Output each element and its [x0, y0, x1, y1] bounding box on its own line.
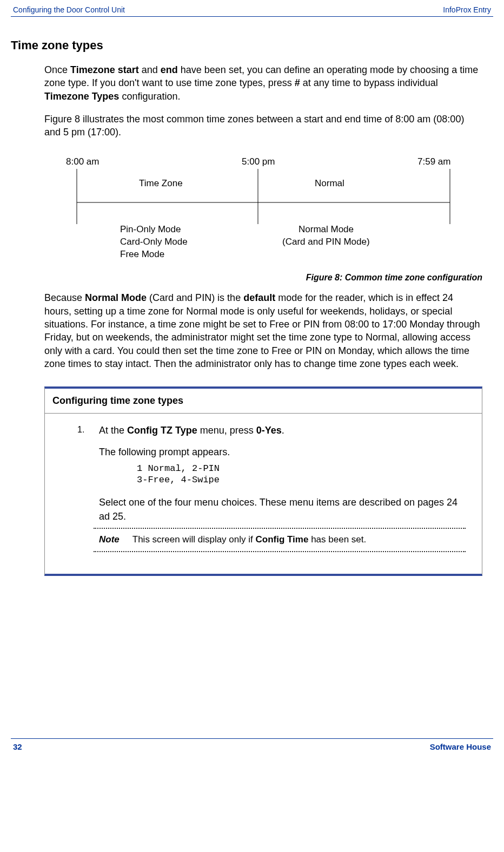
fig-mode-cardpin: (Card and PIN Mode) — [282, 237, 370, 247]
fig-mode-pin: Pin-Only Mode — [120, 224, 181, 234]
prompt-intro: The following prompt appears. — [99, 445, 466, 459]
figure-8: 8:00 am 5:00 pm 7:59 am Time Zone Normal… — [44, 148, 482, 283]
term-config-time: Config Time — [255, 534, 308, 545]
prompt-display: 1 Normal, 2-PIN 3-Free, 4-Swipe — [137, 463, 466, 486]
step-number: 1. — [77, 423, 99, 437]
fig-time-8am: 8:00 am — [66, 156, 99, 167]
key-hash: # — [295, 77, 300, 88]
figure-caption: Figure 8: Common time zone configuration — [44, 273, 482, 283]
paragraph-3: Because Normal Mode (Card and PIN) is th… — [44, 291, 482, 370]
procedure-step-1: 1. At the Config TZ Type menu, press 0-Y… — [77, 423, 466, 437]
term-timezone-end: end — [161, 64, 178, 75]
fig-label-normal: Normal — [315, 178, 344, 188]
term-timezone-start: Timezone start — [70, 64, 139, 75]
select-instruction: Select one of the four menu choices. The… — [99, 495, 466, 523]
key-0-yes: 0-Yes — [256, 425, 282, 436]
page-header: Configuring the Door Control Unit InfoPr… — [11, 5, 493, 17]
page-number: 32 — [13, 742, 22, 751]
fig-time-5pm: 5:00 pm — [242, 156, 275, 167]
fig-mode-normal: Normal Mode — [299, 224, 354, 234]
section-title: Time zone types — [11, 38, 493, 53]
fig-mode-free: Free Mode — [120, 249, 164, 259]
page-footer: 32 Software House — [11, 738, 493, 751]
term-normal-mode: Normal Mode — [85, 292, 147, 303]
header-right: InfoProx Entry — [443, 5, 491, 14]
term-timezone-types: Timezone Types — [44, 91, 119, 102]
term-default: default — [243, 292, 275, 303]
paragraph-1: Once Timezone start and end have been se… — [44, 63, 482, 103]
procedure-title: Configuring time zone types — [45, 389, 482, 414]
note-label: Note — [99, 534, 120, 545]
menu-config-tz-type: Config TZ Type — [127, 425, 197, 436]
procedure-box: Configuring time zone types 1. At the Co… — [44, 386, 482, 576]
header-left: Configuring the Door Control Unit — [13, 5, 125, 14]
fig-time-759am: 7:59 am — [417, 156, 450, 167]
paragraph-2: Figure 8 illustrates the most common tim… — [44, 113, 482, 139]
fig-label-timezone: Time Zone — [139, 178, 183, 188]
note-box: NoteThis screen will display only if Con… — [94, 528, 466, 552]
fig-mode-card: Card-Only Mode — [120, 237, 188, 247]
footer-brand: Software House — [430, 742, 491, 751]
